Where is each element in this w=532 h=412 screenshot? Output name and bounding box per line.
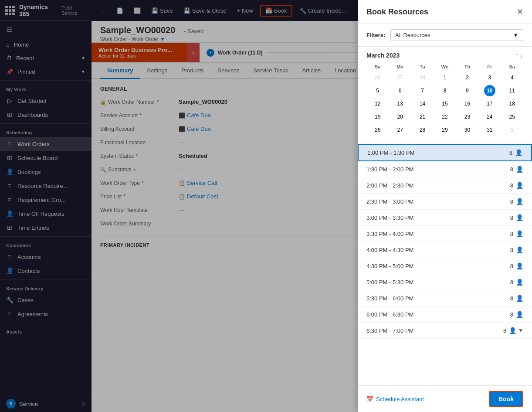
cal-day-26-prev[interactable]: 26 xyxy=(372,72,383,83)
timeslot-10-count: 8 xyxy=(510,311,513,318)
calendar-next-btn[interactable]: ↓ xyxy=(520,52,523,59)
cal-day-15[interactable]: 15 xyxy=(439,98,451,109)
timeslot-9-time: 5:30 PM - 6:00 PM xyxy=(366,295,510,302)
cal-day-13[interactable]: 13 xyxy=(394,98,406,109)
schedule-assistant-link[interactable]: 📅 Schedule Assistant xyxy=(366,396,424,402)
cal-day-23[interactable]: 23 xyxy=(461,111,473,123)
cal-day-17[interactable]: 17 xyxy=(484,98,495,109)
filters-row: Filters: All Resources ▼ xyxy=(358,24,532,47)
timeslot-3-time: 2:30 PM - 3:00 PM xyxy=(366,198,510,205)
timeslot-5[interactable]: 3:30 PM - 4:00 PM 8 👤 xyxy=(358,226,532,242)
book-panel-footer: 📅 Schedule Assistant Book xyxy=(358,385,532,412)
cal-day-3[interactable]: 3 xyxy=(484,72,495,83)
cal-day-5[interactable]: 5 xyxy=(372,85,383,96)
cal-day-29[interactable]: 29 xyxy=(439,124,451,136)
timeslot-10[interactable]: 6:00 PM - 6:30 PM 8 👤 xyxy=(358,306,532,323)
cal-day-30[interactable]: 30 xyxy=(461,124,473,136)
cal-day-27-prev[interactable]: 27 xyxy=(394,72,406,83)
filter-chevron-icon: ▼ xyxy=(513,32,518,38)
timeslot-11-icon: 👤 xyxy=(509,327,516,334)
timeslot-6-count: 8 xyxy=(510,247,513,253)
timeslot-8-icon: 👤 xyxy=(516,279,523,286)
timeslot-4[interactable]: 3:00 PM - 3:30 PM 8 👤 xyxy=(358,210,532,226)
timeslot-11[interactable]: 6:30 PM - 7:00 PM 8 👤 ▼ xyxy=(358,323,532,339)
cal-day-19[interactable]: 19 xyxy=(372,111,383,123)
cal-day-16[interactable]: 16 xyxy=(461,98,473,109)
book-confirm-button[interactable]: Book xyxy=(489,391,523,407)
cal-day-1-next[interactable]: 1 xyxy=(506,124,518,136)
cal-day-18[interactable]: 18 xyxy=(506,98,518,109)
schedule-assistant-label: Schedule Assistant xyxy=(376,396,424,402)
timeslot-3[interactable]: 2:30 PM - 3:00 PM 8 👤 xyxy=(358,194,532,210)
cal-day-28-prev[interactable]: 28 xyxy=(417,72,428,83)
cal-day-11[interactable]: 11 xyxy=(506,85,518,96)
timeslot-4-count: 8 xyxy=(510,215,513,221)
cal-day-10-today[interactable]: 10 xyxy=(484,85,495,96)
timeslot-4-icon: 👤 xyxy=(516,214,523,221)
timeslot-5-count: 8 xyxy=(510,231,513,237)
cal-day-21[interactable]: 21 xyxy=(417,111,428,123)
timeslot-1-time: 1:30 PM - 2:00 PM xyxy=(366,166,510,173)
cal-day-6[interactable]: 6 xyxy=(394,85,406,96)
timeslot-0-count: 8 xyxy=(509,150,512,156)
calendar-week-5: 26 27 28 29 30 31 1 xyxy=(366,123,523,136)
calendar-small-icon: 📅 xyxy=(366,396,373,402)
close-panel-button[interactable]: ✕ xyxy=(517,7,523,17)
timeslot-7-count: 8 xyxy=(510,263,513,269)
cal-day-7[interactable]: 7 xyxy=(417,85,428,96)
timeslot-0-icon: 👤 xyxy=(515,149,522,156)
cal-day-12[interactable]: 12 xyxy=(372,98,383,109)
calendar-month: March 2023 xyxy=(366,52,400,59)
timeslot-8-time: 5:00 PM - 5:30 PM xyxy=(366,279,510,286)
timeslot-8[interactable]: 5:00 PM - 5:30 PM 8 👤 xyxy=(358,274,532,290)
book-panel-header: Book Resources ✕ xyxy=(358,0,532,24)
timeslot-0[interactable]: 1:00 PM - 1:30 PM 8 👤 xyxy=(358,144,532,161)
cal-day-9[interactable]: 9 xyxy=(461,85,473,96)
timeslot-1-count: 8 xyxy=(510,166,513,173)
calendar-week-4: 19 20 21 22 23 24 25 xyxy=(366,110,523,123)
cal-day-14[interactable]: 14 xyxy=(417,98,428,109)
cal-day-8[interactable]: 8 xyxy=(439,85,451,96)
filter-value: All Resources xyxy=(395,32,430,38)
calendar-week-3: 12 13 14 15 16 17 18 xyxy=(366,97,523,110)
cal-day-26[interactable]: 26 xyxy=(372,124,383,136)
timeslot-6-time: 4:00 PM - 4:30 PM xyxy=(366,247,510,253)
timeslot-9-count: 8 xyxy=(510,295,513,302)
timeslot-2-time: 2:00 PM - 2:30 PM xyxy=(366,182,510,189)
calendar-grid: Su Mo Tu We Th Fr Sa 26 27 28 1 2 3 4 5 xyxy=(366,62,523,136)
scroll-down-icon: ▼ xyxy=(518,327,523,334)
cal-day-22[interactable]: 22 xyxy=(439,111,451,123)
filter-select[interactable]: All Resources ▼ xyxy=(390,29,523,41)
timeslot-1-icon: 👤 xyxy=(516,166,523,173)
timeslot-6[interactable]: 4:00 PM - 4:30 PM 8 👤 xyxy=(358,242,532,258)
calendar-days-of-week: Su Mo Tu We Th Fr Sa xyxy=(366,62,523,71)
timeslot-2[interactable]: 2:00 PM - 2:30 PM 8 👤 xyxy=(358,177,532,194)
calendar-prev-btn[interactable]: ↑ xyxy=(515,52,518,59)
cal-day-2[interactable]: 2 xyxy=(461,72,473,83)
timeslot-11-count: 8 xyxy=(503,327,506,334)
cal-day-20[interactable]: 20 xyxy=(394,111,406,123)
timeslot-2-count: 8 xyxy=(510,182,513,189)
timeslot-2-icon: 👤 xyxy=(516,182,523,189)
timeslots-list: 1:00 PM - 1:30 PM 8 👤 1:30 PM - 2:00 PM … xyxy=(358,142,532,385)
cal-day-25[interactable]: 25 xyxy=(506,111,518,123)
timeslot-5-icon: 👤 xyxy=(516,230,523,237)
calendar-week-2: 5 6 7 8 9 10 11 xyxy=(366,84,523,97)
calendar-week-1: 26 27 28 1 2 3 4 xyxy=(366,71,523,84)
cal-day-28[interactable]: 28 xyxy=(417,124,428,136)
timeslot-10-time: 6:00 PM - 6:30 PM xyxy=(366,311,510,318)
cal-day-1[interactable]: 1 xyxy=(439,72,451,83)
cal-day-31[interactable]: 31 xyxy=(484,124,495,136)
timeslot-9[interactable]: 5:30 PM - 6:00 PM 8 👤 xyxy=(358,290,532,306)
calendar-section: March 2023 ↑ ↓ Su Mo Tu We Th Fr Sa 26 2… xyxy=(358,47,532,142)
cal-day-24[interactable]: 24 xyxy=(484,111,495,123)
timeslot-7-time: 4:30 PM - 5:00 PM xyxy=(366,263,510,269)
filters-label: Filters: xyxy=(366,32,385,38)
timeslot-7-icon: 👤 xyxy=(516,262,523,269)
cal-day-4[interactable]: 4 xyxy=(506,72,518,83)
timeslot-7[interactable]: 4:30 PM - 5:00 PM 8 👤 xyxy=(358,258,532,274)
timeslot-0-time: 1:00 PM - 1:30 PM xyxy=(367,150,509,156)
timeslot-1[interactable]: 1:30 PM - 2:00 PM 8 👤 xyxy=(358,161,532,177)
timeslot-6-icon: 👤 xyxy=(516,246,523,253)
cal-day-27[interactable]: 27 xyxy=(394,124,406,136)
